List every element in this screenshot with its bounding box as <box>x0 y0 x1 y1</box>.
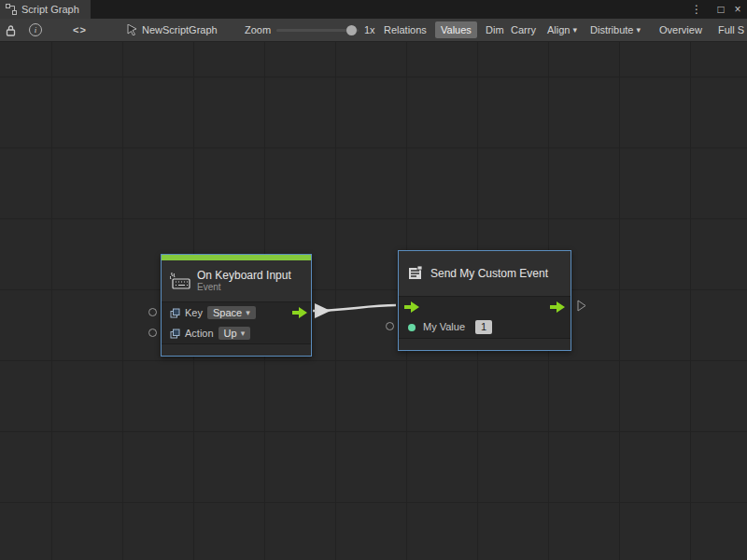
node-send-my-custom-event[interactable]: Send My Custom Event My Value 1 <box>398 250 571 351</box>
wire-arrow-icon <box>315 303 331 318</box>
toolbar-button-distribute[interactable]: Distribute ▾ <box>586 21 644 38</box>
key-input-port[interactable] <box>148 308 157 316</box>
key-dropdown[interactable]: Space ▾ <box>207 306 256 319</box>
toolbar-button-overview[interactable]: Overview <box>655 21 706 38</box>
zoom-slider-knob[interactable] <box>346 25 357 35</box>
keyboard-icon <box>170 273 190 289</box>
toolbar-button-carry[interactable]: Carry <box>507 21 540 38</box>
action-dropdown[interactable]: Up ▾ <box>218 327 251 340</box>
my-value-external-port[interactable] <box>386 322 394 330</box>
info-icon[interactable]: i <box>29 19 42 41</box>
my-value-port-dot[interactable] <box>408 324 416 331</box>
zoom-value: 1x <box>364 19 375 41</box>
node-on-keyboard-input[interactable]: On Keyboard Input Event Key Space ▾ <box>161 254 312 357</box>
tab-script-graph[interactable]: Script Graph <box>0 0 91 19</box>
tab-label: Script Graph <box>21 4 79 15</box>
graph-toolbar: i <> NewScriptGraph Zoom 1x Relations Va… <box>0 19 747 42</box>
object-type-icon <box>170 308 180 318</box>
node-header[interactable]: Send My Custom Event <box>399 251 571 296</box>
toolbar-button-align[interactable]: Align ▾ <box>543 21 581 38</box>
flow-continue-port[interactable] <box>577 300 586 312</box>
connection-wire[interactable] <box>0 42 747 560</box>
action-input-port[interactable] <box>148 329 157 337</box>
node-subtitle: Event <box>197 282 291 292</box>
graph-breadcrumb[interactable]: NewScriptGraph <box>127 19 218 41</box>
chevron-down-icon: ▾ <box>572 21 577 38</box>
graph-canvas[interactable]: On Keyboard Input Event Key Space ▾ <box>0 42 747 560</box>
node-header[interactable]: On Keyboard Input Event <box>162 260 311 301</box>
port-row-key: Key Space ▾ <box>162 302 311 323</box>
graph-cursor-icon <box>127 24 137 35</box>
window-tab-bar: Script Graph ⋮ □ × <box>0 0 747 19</box>
port-row-action: Action Up ▾ <box>162 323 311 343</box>
toolbar-button-relations[interactable]: Relations <box>380 21 430 38</box>
object-type-icon <box>170 329 180 339</box>
toolbar-button-fullscreen[interactable]: Full S <box>714 21 747 38</box>
close-icon[interactable]: × <box>730 0 745 19</box>
custom-event-icon <box>407 266 424 281</box>
node-title: Send My Custom Event <box>430 268 548 280</box>
key-port-label: Key <box>185 307 203 318</box>
chevron-down-icon: ▾ <box>636 21 641 38</box>
zoom-label: Zoom <box>245 19 271 41</box>
node-footer <box>399 338 571 350</box>
chevron-down-icon: ▾ <box>246 308 250 317</box>
kebab-menu-icon[interactable]: ⋮ <box>689 0 704 19</box>
flow-output-port-icon[interactable] <box>292 307 307 318</box>
node-title: On Keyboard Input <box>197 270 291 282</box>
script-graph-icon <box>6 4 17 15</box>
lock-icon[interactable] <box>6 19 16 41</box>
toolbar-button-dim[interactable]: Dim <box>482 21 508 38</box>
my-value-label: My Value <box>423 321 465 332</box>
flow-input-port-icon[interactable] <box>404 301 419 313</box>
node-body: My Value 1 <box>399 296 571 338</box>
toolbar-button-values[interactable]: Values <box>435 21 477 38</box>
code-icon[interactable]: <> <box>73 19 87 41</box>
node-body: Key Space ▾ Action Up ▾ <box>162 301 311 343</box>
action-port-label: Action <box>185 328 214 339</box>
my-value-input[interactable]: 1 <box>475 320 492 334</box>
maximize-icon[interactable]: □ <box>713 0 728 19</box>
node-footer <box>162 343 311 356</box>
flow-output-port-icon[interactable] <box>550 301 565 313</box>
graph-name: NewScriptGraph <box>142 24 218 35</box>
chevron-down-icon: ▾ <box>241 329 246 338</box>
